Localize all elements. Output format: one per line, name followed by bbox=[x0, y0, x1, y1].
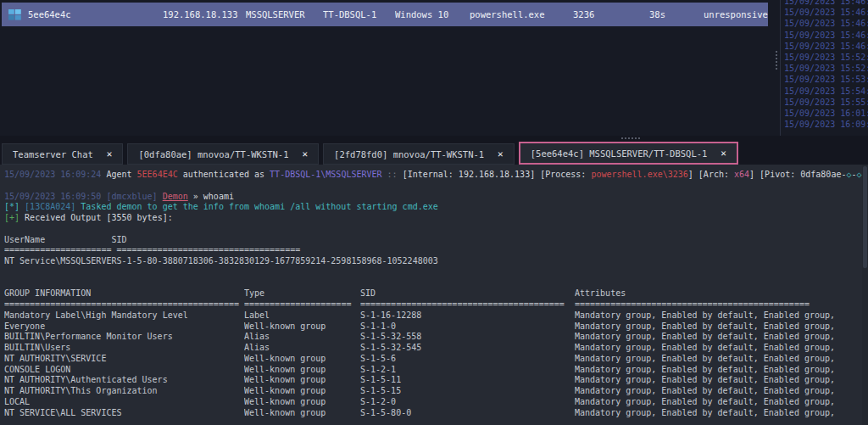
session-cell-user: MSSQLSERVER bbox=[246, 9, 323, 20]
event-log-line: 15/09/2023 15:54:2 bbox=[784, 86, 868, 97]
group-table-cell: Label bbox=[244, 310, 360, 322]
group-table-cell: Well-known group bbox=[244, 375, 360, 386]
group-table-header: Attributes bbox=[575, 288, 868, 299]
group-table-cell: Mandatory group, Enabled by default, Ena… bbox=[575, 365, 868, 376]
group-table-cell: Alias bbox=[244, 343, 360, 354]
console-line: UserName SID bbox=[4, 235, 868, 246]
session-cell-internal-ip: 192.168.18.133 bbox=[163, 9, 246, 20]
tab-teamserver-chat[interactable]: Teamserver Chat✕ bbox=[2, 143, 123, 165]
event-log-line: 15/09/2023 15:55:0 bbox=[784, 97, 868, 108]
session-row[interactable]: 5ee64e4c192.168.18.133MSSQLSERVERTT-DBSQ… bbox=[2, 3, 768, 26]
group-table-cell: NT AUTHORITY\SERVICE bbox=[4, 354, 244, 365]
top-section: 5ee64e4c192.168.18.133MSSQLSERVERTT-DBSQ… bbox=[0, 0, 868, 136]
session-cell-os: Windows 10 bbox=[395, 9, 470, 20]
tab-0dfa80ae-mnovoa-tt-wkstn-1[interactable]: [0dfa80ae] mnovoa/TT-WKSTN-1✕ bbox=[127, 143, 319, 165]
group-table-cell: CONSOLE LOGON bbox=[4, 365, 244, 376]
splitter-handle-icon bbox=[621, 137, 642, 139]
group-table-cell: S-1-5-15 bbox=[360, 386, 575, 397]
windows-icon bbox=[2, 0, 28, 41]
tab-close-icon[interactable]: ✕ bbox=[105, 148, 113, 159]
group-table-cell: Mandatory group, Enabled by default, Ena… bbox=[575, 354, 868, 365]
tab-label: [0dfa80ae] mnovoa/TT-WKSTN-1 bbox=[138, 149, 288, 159]
tab-close-icon[interactable]: ✕ bbox=[496, 148, 504, 159]
session-cell-agent-id: 5ee64e4c bbox=[28, 9, 163, 20]
group-table-cell: Well-known group bbox=[244, 365, 360, 376]
event-log-line: 15/09/2023 15:46:0 bbox=[784, 0, 868, 7]
console-line: 15/09/2023 16:09:50 [dmcxblue] Demon » w… bbox=[4, 192, 868, 203]
group-table-cell: NT SERVICE\ALL SERVICES bbox=[4, 408, 244, 419]
group-table-cell: LOCAL bbox=[4, 397, 244, 408]
splitter-handle-icon bbox=[776, 49, 777, 71]
tab-5ee64e4c-mssqlserver-tt-dbsql-1[interactable]: [5ee64e4c] MSSQLSERVER/TT-DBSQL-1✕ bbox=[519, 142, 738, 165]
tab-close-icon[interactable]: ✕ bbox=[300, 148, 308, 159]
group-table-cell: Mandatory group, Enabled by default, Ena… bbox=[575, 397, 868, 408]
group-table-cell: Well-known group bbox=[244, 322, 360, 333]
group-table-header: Type bbox=[244, 288, 360, 299]
tab-label: Teamserver Chat bbox=[13, 149, 93, 159]
console-line: NT Service\MSSQLSERVERS-1-5-80-388071830… bbox=[4, 256, 868, 267]
session-cell-last-callback: 38s bbox=[649, 9, 704, 20]
session-cell-pid: 3236 bbox=[573, 9, 649, 20]
group-table-cell: S-1-1-0 bbox=[360, 322, 575, 333]
group-table-cell: Alias bbox=[244, 332, 360, 343]
group-table-cell: Mandatory group, Enabled by default, Ena… bbox=[575, 375, 868, 386]
agent-console[interactable]: 15/09/2023 16:09:24 Agent 5EE64E4C authe… bbox=[0, 165, 868, 425]
havoc-client-window: 5ee64e4c192.168.18.133MSSQLSERVERTT-DBSQ… bbox=[0, 0, 868, 425]
group-table-header: GROUP INFORMATION bbox=[4, 288, 244, 299]
group-table-cell: BUILTIN\Users bbox=[4, 343, 244, 354]
event-log-line: 15/09/2023 16:01:5 bbox=[784, 108, 868, 119]
tab-label: [5ee64e4c] MSSQLSERVER/TT-DBSQL-1 bbox=[531, 148, 708, 159]
group-table-separator: ========================================… bbox=[4, 299, 244, 310]
group-table-cell: S-1-16-12288 bbox=[360, 310, 575, 322]
group-table-cell: S-1-2-1 bbox=[360, 365, 575, 376]
horizontal-splitter[interactable] bbox=[0, 136, 868, 141]
group-table-cell: Mandatory group, Enabled by default, Ena… bbox=[575, 332, 868, 343]
group-table-cell: Mandatory Label\High Mandatory Level bbox=[4, 310, 244, 322]
scrollbar-thumb[interactable] bbox=[863, 166, 867, 268]
session-cell-process: powershell.exe bbox=[470, 9, 573, 20]
event-log-line: 15/09/2023 15:53:5 bbox=[784, 74, 868, 85]
event-log-line: 15/09/2023 15:46:0 bbox=[784, 7, 868, 18]
group-table-cell: S-1-5-6 bbox=[360, 354, 575, 365]
group-table-cell: Mandatory group, Enabled by default, Ena… bbox=[575, 322, 868, 333]
group-table-header: SID bbox=[360, 288, 575, 299]
group-table-cell: Well-known group bbox=[244, 354, 360, 365]
group-table-cell: Mandatory group, Enabled by default, Ena… bbox=[575, 310, 868, 322]
group-table-cell: Mandatory group, Enabled by default, Ena… bbox=[575, 408, 868, 419]
group-table-cell: NT AUTHORITY\Authenticated Users bbox=[4, 375, 244, 386]
group-table-cell: Well-known group bbox=[244, 386, 360, 397]
group-table-separator: ======================================== bbox=[360, 299, 575, 310]
group-table-separator: ===================== bbox=[244, 299, 360, 310]
console-line: [+] Received Output [3550 bytes]: bbox=[4, 213, 868, 224]
group-table-cell: NT AUTHORITY\This Organization bbox=[4, 386, 244, 397]
session-table[interactable]: 5ee64e4c192.168.18.133MSSQLSERVERTT-DBSQ… bbox=[0, 0, 773, 136]
group-table-cell: Well-known group bbox=[244, 397, 360, 408]
session-cell-computer: TT-DBSQL-1 bbox=[323, 9, 395, 20]
event-log-line: 15/09/2023 15:46:0 bbox=[784, 18, 868, 29]
group-table-cell: Mandatory group, Enabled by default, Ena… bbox=[575, 343, 868, 354]
event-log: 15/09/2023 15:46:015/09/2023 15:46:015/0… bbox=[784, 0, 868, 130]
group-table-cell: Well-known group bbox=[244, 408, 360, 419]
console-output: 15/09/2023 16:09:24 Agent 5EE64E4C authe… bbox=[4, 170, 868, 288]
group-table-cell: Mandatory group, Enabled by default, Ena… bbox=[575, 386, 868, 397]
event-log-line: 15/09/2023 15:52:4 bbox=[784, 63, 868, 74]
group-table-cell: Everyone bbox=[4, 322, 244, 333]
tab-bar: Teamserver Chat✕[0dfa80ae] mnovoa/TT-WKS… bbox=[0, 141, 868, 165]
group-table-cell: BUILTIN\Performance Monitor Users bbox=[4, 332, 244, 343]
event-log-line: 15/09/2023 15:46:0 bbox=[784, 30, 868, 41]
group-information-table: GROUP INFORMATIONTypeSIDAttributes======… bbox=[4, 288, 868, 418]
event-log-panel[interactable]: 15/09/2023 15:46:015/09/2023 15:46:015/0… bbox=[780, 0, 868, 136]
tab-label: [2fd78fd0] mnovoa/TT-WKSTN-1 bbox=[334, 149, 484, 159]
event-log-line: 15/09/2023 15:46:1 bbox=[784, 41, 868, 52]
session-cell-health: unresponsive bbox=[704, 9, 768, 20]
group-table-cell: S-1-5-80-0 bbox=[360, 408, 575, 419]
tab-2fd78fd0-mnovoa-tt-wkstn-1[interactable]: [2fd78fd0] mnovoa/TT-WKSTN-1✕ bbox=[323, 143, 515, 165]
vertical-splitter[interactable] bbox=[773, 0, 780, 136]
tab-close-icon[interactable]: ✕ bbox=[719, 148, 726, 159]
console-line: 15/09/2023 16:09:24 Agent 5EE64E4C authe… bbox=[4, 170, 868, 181]
group-table-cell: S-1-5-32-558 bbox=[360, 332, 575, 343]
console-line bbox=[4, 181, 868, 192]
console-scrollbar[interactable] bbox=[862, 165, 868, 425]
group-table-cell: S-1-5-11 bbox=[360, 375, 575, 386]
console-line bbox=[4, 278, 868, 289]
